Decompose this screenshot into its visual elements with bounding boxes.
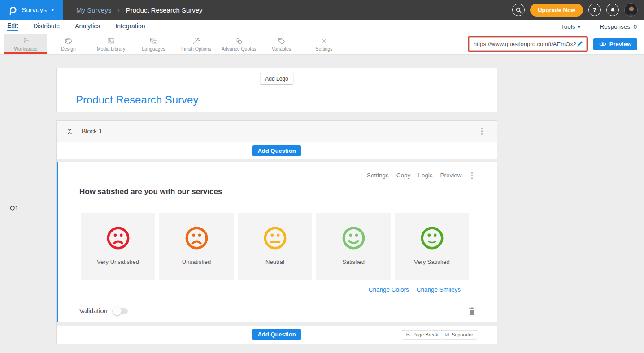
add-question-button-bottom[interactable]: Add Question	[252, 329, 300, 340]
smiley-option-label: Unsatisfied	[182, 258, 211, 265]
block-card: Block 1 Add Question Settings Copy Logic…	[56, 120, 497, 344]
add-logo-button[interactable]: Add Logo	[260, 73, 293, 85]
settings-gear-icon	[320, 37, 328, 45]
responses-count: Responses: 0	[600, 23, 637, 30]
toolbar-item-advance-quotas[interactable]: Advance Quotas	[218, 34, 260, 54]
very-unsatisfied-smiley-icon	[105, 225, 131, 251]
breadcrumb-separator-icon: ›	[117, 7, 119, 13]
question-logic-link[interactable]: Logic	[418, 172, 432, 179]
workspace-canvas: Q1 Add Logo Product Research Survey Bloc…	[0, 68, 644, 353]
neutral-smiley-icon	[262, 225, 288, 251]
survey-url-input[interactable]	[474, 41, 576, 47]
block-header: Block 1	[57, 121, 497, 142]
edit-toolbar: Workspace Design Media Library	[0, 34, 644, 54]
very-satisfied-smiley-icon	[419, 225, 445, 251]
survey-title[interactable]: Product Research Survey	[76, 94, 198, 106]
questionpro-app: Surveys ▼ My Surveys › Product Research …	[0, 0, 644, 353]
question-index-label: Q1	[10, 204, 18, 211]
block-menu-dots-icon[interactable]	[479, 126, 485, 137]
tab-analytics[interactable]: Analytics	[75, 22, 100, 31]
search-icon	[515, 7, 522, 13]
survey-header-card: Add Logo Product Research Survey	[56, 68, 497, 112]
nav-right: Tools▼ Responses: 0	[561, 23, 637, 30]
toolbar-item-design[interactable]: Design	[47, 34, 90, 54]
brand-label: Surveys	[22, 6, 47, 14]
toolbar-item-workspace[interactable]: Workspace	[4, 34, 47, 54]
questionpro-logo-icon	[7, 4, 17, 15]
avatar-photo	[625, 4, 638, 17]
question-settings-link[interactable]: Settings	[367, 172, 389, 179]
toolbar-item-media-library[interactable]: Media Library	[90, 34, 132, 54]
unsatisfied-smiley-icon	[184, 225, 209, 251]
edit-url-pencil-icon[interactable]	[576, 40, 583, 47]
languages-translate-icon	[149, 37, 158, 45]
survey-editor-column: Add Logo Product Research Survey Block 1…	[56, 68, 497, 344]
breadcrumb-current-survey: Product Research Survey	[126, 6, 203, 14]
question-card-q1: Settings Copy Logic Preview How satisfie…	[57, 162, 497, 322]
smiley-option-label: Very Satisfied	[414, 258, 450, 265]
change-smileys-link[interactable]: Change Smileys	[417, 286, 461, 293]
smiley-option-neutral[interactable]: Neutral	[238, 213, 312, 280]
preview-button[interactable]: Preview	[593, 38, 637, 50]
header-actions: Upgrade Now ?	[512, 3, 644, 17]
help-button[interactable]: ?	[588, 4, 601, 16]
toolbar-item-variables[interactable]: Variables	[260, 34, 303, 54]
validation-row: Validation	[58, 300, 497, 322]
change-colors-link[interactable]: Change Colors	[369, 286, 409, 293]
smiley-option-very-satisfied[interactable]: Very Satisfied	[395, 213, 469, 280]
user-avatar[interactable]	[624, 3, 638, 17]
smiley-option-label: Satisfied	[342, 258, 365, 265]
smiley-option-label: Neutral	[265, 258, 284, 265]
satisfied-smiley-icon	[341, 225, 366, 251]
top-header: Surveys ▼ My Surveys › Product Research …	[0, 0, 644, 20]
bell-icon	[609, 6, 616, 13]
question-mark-icon: ?	[593, 6, 597, 13]
section-nav: Edit Distribute Analytics Integration To…	[0, 20, 644, 34]
smiley-option-label: Very Unsatisfied	[97, 258, 139, 265]
smiley-option-satisfied[interactable]: Satisfied	[316, 213, 391, 280]
question-title[interactable]: How satisfied are you with our services	[79, 187, 222, 196]
add-question-row-top: Add Question	[57, 142, 497, 159]
checkbox-checked-icon: ☑	[445, 331, 449, 337]
scissors-icon: ✂	[406, 331, 410, 337]
validation-toggle[interactable]	[113, 308, 128, 314]
search-button[interactable]	[512, 4, 525, 16]
separator-button[interactable]: ☑ Separator	[441, 330, 477, 339]
media-library-icon	[107, 37, 115, 45]
page-break-button[interactable]: ✂ Page Break	[402, 330, 442, 339]
toolbar-item-languages[interactable]: Languages	[132, 34, 175, 54]
finish-options-wand-icon	[192, 37, 200, 45]
block-footer: Add Question ✂ Page Break ☑ Separator	[57, 326, 497, 344]
question-menu-dots-icon[interactable]	[470, 170, 475, 181]
delete-question-trash-icon[interactable]	[468, 307, 475, 315]
question-preview-link[interactable]: Preview	[440, 172, 461, 179]
chevron-down-icon: ▼	[577, 25, 581, 30]
brand-menu[interactable]: Surveys ▼	[0, 0, 63, 20]
tab-edit[interactable]: Edit	[7, 22, 18, 31]
smiley-option-unsatisfied[interactable]: Unsatisfied	[159, 213, 234, 280]
toolbar-item-finish-options[interactable]: Finish Options	[175, 34, 218, 54]
collapse-block-icon[interactable]	[66, 128, 73, 135]
toolbar-right: Preview	[469, 34, 644, 54]
workspace-icon	[22, 37, 30, 45]
block-title[interactable]: Block 1	[82, 128, 102, 135]
survey-url-field[interactable]	[469, 37, 587, 51]
breadcrumb-my-surveys[interactable]: My Surveys	[76, 6, 111, 14]
tab-integration[interactable]: Integration	[115, 22, 145, 31]
smiley-option-very-unsatisfied[interactable]: Very Unsatisfied	[81, 213, 155, 280]
variables-tag-icon	[277, 37, 286, 45]
toolbar-item-settings[interactable]: Settings	[303, 34, 345, 54]
eye-icon	[599, 42, 606, 47]
smiley-options: Very UnsatisfiedUnsatisfiedNeutralSatisf…	[81, 213, 497, 280]
question-copy-link[interactable]: Copy	[396, 172, 411, 179]
add-question-button-top[interactable]: Add Question	[252, 145, 300, 156]
upgrade-now-button[interactable]: Upgrade Now	[530, 4, 583, 17]
design-palette-icon	[64, 37, 73, 45]
tab-distribute[interactable]: Distribute	[33, 22, 60, 31]
question-title-wrap: How satisfied are you with our services	[79, 187, 477, 202]
notifications-button[interactable]	[606, 4, 619, 16]
chevron-down-icon: ▼	[51, 8, 55, 12]
tools-dropdown[interactable]: Tools▼	[561, 23, 581, 30]
advance-quotas-link-icon	[235, 37, 243, 45]
breadcrumb: My Surveys › Product Research Survey	[76, 6, 203, 14]
